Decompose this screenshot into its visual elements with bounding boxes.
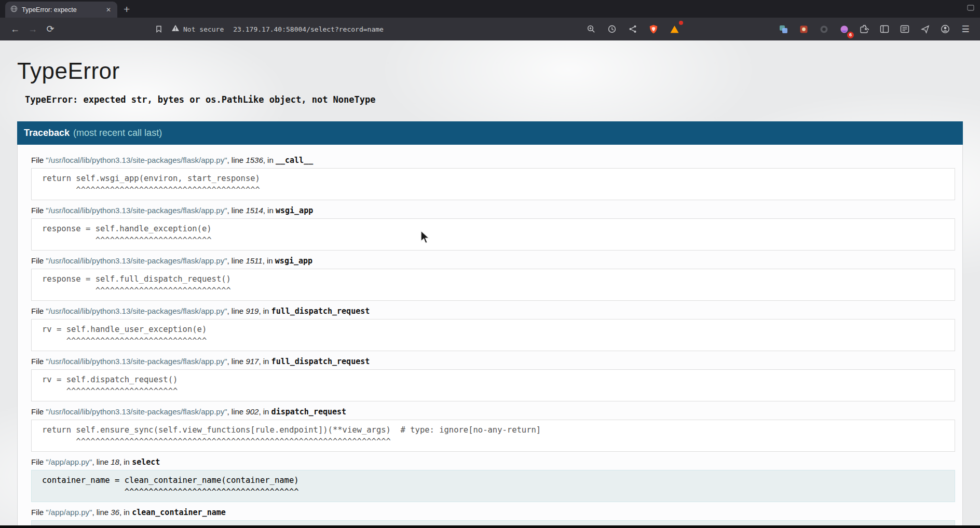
traceback-subtitle: (most recent call last)	[73, 128, 162, 138]
frame-location: File "/usr/local/lib/python3.13/site-pac…	[31, 256, 955, 266]
frame-location: File "/usr/local/lib/python3.13/site-pac…	[31, 407, 955, 417]
file-label: File	[31, 206, 46, 215]
line-label: , line	[92, 457, 111, 466]
reload-button[interactable]: ⟳	[43, 21, 58, 37]
code-line: response = self.full_dispatch_request()	[42, 273, 949, 285]
frame-filename: "/usr/local/lib/python3.13/site-packages…	[46, 256, 227, 265]
code-line: return self.ensure_sync(self.view_functi…	[42, 424, 949, 436]
caret-line: ^^^^^^^^^^^^^^^^^^^^^^^^^^^^^^^^^^^^	[42, 486, 949, 497]
frame-function: dispatch_request	[271, 407, 347, 416]
traceback-frame: File "/app/app.py", line 18, in select c…	[25, 457, 955, 502]
globe-favicon-icon	[10, 5, 18, 15]
frame-source[interactable]: return self.wsgi_app(environ, start_resp…	[31, 168, 955, 200]
frame-lineno: 1511	[246, 256, 262, 265]
tab-close-icon[interactable]: ✕	[105, 6, 112, 14]
browser-toolbar: ← → ⟳ Not secure 23.179.17.40:58004/sele…	[0, 18, 980, 40]
forward-button[interactable]: →	[25, 21, 40, 37]
url-text[interactable]: 23.179.17.40:58004/select?record=name	[233, 25, 384, 33]
frame-source[interactable]: response = self.full_dispatch_request() …	[31, 269, 955, 301]
in-label: , in	[263, 256, 275, 265]
line-label: , line	[227, 357, 246, 366]
line-label: , line	[227, 156, 246, 164]
new-tab-button[interactable]: +	[124, 4, 130, 15]
share-icon[interactable]	[625, 22, 640, 36]
frame-source[interactable]: return self.ensure_sync(self.view_functi…	[31, 420, 955, 452]
line-label: , line	[227, 307, 246, 315]
frame-function: clean_container_name	[132, 508, 226, 517]
caret-line: ^^^^^^^^^^^^^^^^^^^^^^^^^^^^^	[42, 335, 949, 346]
file-label: File	[31, 457, 46, 466]
frame-function: wsgi_app	[276, 206, 313, 215]
browser-tab[interactable]: TypeError: expecte ✕	[5, 2, 117, 18]
caret-line: ^^^^^^^^^^^^^^^^^^^^^^^^^^^^^^^^^^^^^^^^…	[42, 436, 949, 447]
security-chip[interactable]: Not secure	[171, 24, 224, 34]
frame-lineno: 1514	[246, 206, 263, 215]
caret-line: ^^^^^^^^^^^^^^^^^^^^^^^^^^^^^^^^^^^^^^	[42, 184, 949, 196]
in-label: , in	[258, 407, 271, 416]
frame-function: __call__	[276, 156, 313, 165]
caret-line: ^^^^^^^^^^^^^^^^^^^^^^^^^^^^	[42, 285, 949, 296]
brave-shield-icon[interactable]	[646, 22, 661, 36]
caret-line: ^^^^^^^^^^^^^^^^^^^^^^^^	[42, 234, 949, 246]
traceback-title: Traceback	[24, 128, 70, 138]
history-icon[interactable]	[605, 22, 619, 36]
line-label: , line	[227, 407, 246, 416]
brave-rewards-icon[interactable]	[667, 22, 682, 36]
reading-list-icon[interactable]	[897, 22, 912, 36]
frame-source[interactable]: rv = self.dispatch_request() ^^^^^^^^^^^…	[31, 369, 955, 401]
frame-lineno: 1536	[246, 156, 263, 164]
extensions-puzzle-icon[interactable]	[857, 22, 872, 36]
frame-lineno: 917	[246, 357, 258, 366]
address-bar[interactable]: Not secure 23.179.17.40:58004/select?rec…	[152, 20, 682, 38]
back-button[interactable]: ←	[7, 21, 23, 37]
frame-location: File "/app/app.py", line 18, in select	[31, 457, 955, 467]
notification-dot	[679, 21, 683, 25]
frame-source[interactable]: response = self.handle_exception(e) ^^^^…	[31, 218, 955, 251]
frame-filename: "/usr/local/lib/python3.13/site-packages…	[46, 206, 227, 215]
traceback-frame: File "/app/app.py", line 36, in clean_co…	[25, 507, 955, 525]
frame-filename: "/usr/local/lib/python3.13/site-packages…	[46, 156, 227, 164]
mouse-cursor	[419, 230, 432, 247]
in-label: , in	[258, 307, 271, 315]
send-tab-icon[interactable]	[918, 22, 932, 36]
frame-location: File "/usr/local/lib/python3.13/site-pac…	[31, 205, 955, 216]
extension-badge: 6	[847, 32, 854, 38]
frame-function: select	[132, 457, 160, 467]
traceback-frame: File "/usr/local/lib/python3.13/site-pac…	[25, 356, 955, 401]
extension-translate-icon[interactable]	[776, 22, 791, 36]
werkzeug-debugger-page: TypeError TypeError: expected str, bytes…	[0, 40, 980, 525]
traceback-frame: File "/usr/local/lib/python3.13/site-pac…	[25, 407, 955, 452]
traceback-frame: File "/usr/local/lib/python3.13/site-pac…	[25, 306, 955, 351]
frame-source[interactable]: n = os.path.splitext(n)[0] ^^^^^^^^^^^^^…	[31, 520, 955, 525]
frame-filename: "/usr/local/lib/python3.13/site-packages…	[46, 407, 227, 416]
menu-icon[interactable]: ☰	[958, 22, 973, 36]
line-label: , line	[92, 508, 111, 517]
frame-location: File "/usr/local/lib/python3.13/site-pac…	[31, 306, 955, 316]
in-label: , in	[258, 357, 271, 366]
frame-source[interactable]: container_name = clean_container_name(co…	[31, 470, 955, 502]
error-message: TypeError: expected str, bytes or os.Pat…	[25, 94, 963, 105]
bookmark-icon[interactable]	[152, 22, 166, 36]
line-label: , line	[227, 256, 246, 265]
traceback-panel: Traceback (most recent call last) File "…	[17, 121, 963, 525]
profile-icon[interactable]	[938, 22, 952, 36]
in-label: , in	[119, 457, 132, 466]
frame-filename: "/app/app.py"	[46, 457, 92, 466]
frame-filename: "/usr/local/lib/python3.13/site-packages…	[46, 307, 227, 315]
frame-location: File "/app/app.py", line 36, in clean_co…	[31, 507, 955, 518]
file-label: File	[31, 508, 46, 517]
traceback-body: File "/usr/local/lib/python3.13/site-pac…	[17, 145, 963, 525]
traceback-frame: File "/usr/local/lib/python3.13/site-pac…	[25, 155, 955, 200]
address-bar-actions	[584, 22, 682, 36]
tab-search-icon[interactable]	[967, 4, 975, 14]
frame-filename: "/usr/local/lib/python3.13/site-packages…	[46, 357, 227, 366]
traceback-frame: File "/usr/local/lib/python3.13/site-pac…	[25, 205, 955, 251]
extension-dark-icon[interactable]	[816, 22, 831, 36]
frame-source[interactable]: rv = self.handle_user_exception(e) ^^^^^…	[31, 319, 955, 351]
zoom-icon[interactable]	[584, 22, 598, 36]
frame-filename: "/app/app.py"	[46, 508, 92, 517]
extension-red-icon[interactable]	[796, 22, 811, 36]
caret-line: ^^^^^^^^^^^^^^^^^^^^^^^	[42, 385, 949, 397]
extension-vpn-icon[interactable]: 6	[837, 22, 851, 36]
sidebar-toggle-icon[interactable]	[877, 22, 892, 36]
